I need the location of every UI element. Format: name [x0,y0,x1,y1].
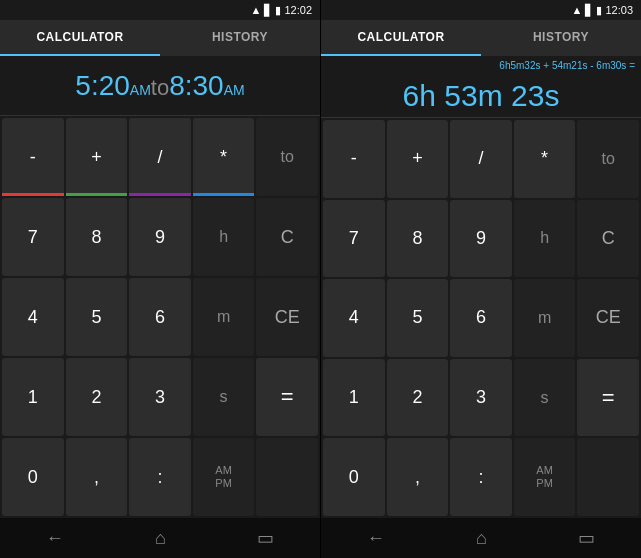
key-1-1[interactable]: 1 [2,358,64,436]
key-ce-2[interactable]: CE [577,279,639,357]
keypad-2: - + / * to 7 8 9 h C 4 5 6 m CE 1 2 3 s … [321,118,641,518]
nav-bar-1: ← ⌂ ▭ [0,518,320,558]
key-9-2[interactable]: 9 [450,200,512,278]
phone1: ▲ ▋ ▮ 12:02 CALCULATOR HISTORY 5:20AMto8… [0,0,321,558]
key-2-1[interactable]: 2 [66,358,128,436]
tab-calculator-1[interactable]: CALCULATOR [0,20,160,56]
tab-calculator-2[interactable]: CALCULATOR [321,20,481,56]
recent-icon-2[interactable]: ▭ [578,527,595,549]
key-row-4-2: 1 2 3 s = [323,359,639,437]
minus-key[interactable]: - [2,118,64,196]
multiply-key[interactable]: * [193,118,255,196]
key-colon-1[interactable]: : [129,438,191,516]
nav-bar-2: ← ⌂ ▭ [321,518,641,558]
key-s-2[interactable]: s [514,359,576,437]
key-2-2[interactable]: 2 [387,359,449,437]
key-4-1[interactable]: 4 [2,278,64,356]
recent-icon-1[interactable]: ▭ [257,527,274,549]
key-8-2[interactable]: 8 [387,200,449,278]
display-1: 5:20AMto8:30AM [0,56,320,116]
time-1: 12:02 [284,4,312,16]
key-row-5-2: 0 , : AMPM [323,438,639,516]
key-6-2[interactable]: 6 [450,279,512,357]
tab-history-2[interactable]: HISTORY [481,20,641,56]
key-row-op-1: - + / * to [2,118,318,196]
key-row-3-1: 4 5 6 m CE [2,278,318,356]
key-comma-1[interactable]: , [66,438,128,516]
battery-icon: ▮ [275,4,281,17]
home-icon-1[interactable]: ⌂ [155,528,166,549]
key-6-1[interactable]: 6 [129,278,191,356]
key-colon-2[interactable]: : [450,438,512,516]
key-0-2[interactable]: 0 [323,438,385,516]
tab-history-1[interactable]: HISTORY [160,20,320,56]
key-row-2-2: 7 8 9 h C [323,200,639,278]
formula-display: 6h5m32s + 54m21s - 6m30s = [321,56,641,74]
key-equals-2[interactable]: = [577,359,639,437]
phone2: ▲ ▋ ▮ 12:03 CALCULATOR HISTORY 6h5m32s +… [321,0,641,558]
key-row-op-2: - + / * to [323,120,639,198]
back-icon-2[interactable]: ← [367,528,385,549]
key-3-1[interactable]: 3 [129,358,191,436]
to-key-2[interactable]: to [577,120,639,198]
tab-bar-2: CALCULATOR HISTORY [321,20,641,56]
minus-key-2[interactable]: - [323,120,385,198]
status-bar-2: ▲ ▋ ▮ 12:03 [321,0,641,20]
signal-icon-2: ▋ [585,4,593,17]
key-4-2[interactable]: 4 [323,279,385,357]
plus-key[interactable]: + [66,118,128,196]
key-row-3-2: 4 5 6 m CE [323,279,639,357]
formula-text: 6h5m32s + 54m21s - 6m30s = [499,60,635,71]
key-row-5-1: 0 , : AMPM [2,438,318,516]
key-h-2[interactable]: h [514,200,576,278]
signal-icon: ▋ [264,4,272,17]
wifi-icon: ▲ [251,4,262,16]
key-5-1[interactable]: 5 [66,278,128,356]
key-3-2[interactable]: 3 [450,359,512,437]
key-row-4-1: 1 2 3 s = [2,358,318,436]
key-m-1[interactable]: m [193,278,255,356]
divide-key[interactable]: / [129,118,191,196]
time-value-2: 8:30 [169,70,224,101]
status-bar-1: ▲ ▋ ▮ 12:02 [0,0,320,20]
key-row-2-1: 7 8 9 h C [2,198,318,276]
key-c-2[interactable]: C [577,200,639,278]
key-ampm-2[interactable]: AMPM [514,438,576,516]
to-label-1: to [151,75,169,100]
key-5-2[interactable]: 5 [387,279,449,357]
key-empty-1 [256,438,318,516]
keypad-1: - + / * to 7 8 9 h C 4 5 6 m CE 1 2 3 s … [0,116,320,518]
tab-bar-1: CALCULATOR HISTORY [0,20,320,56]
display-value-1: 5:20AMto8:30AM [75,72,244,100]
key-empty-2 [577,438,639,516]
key-7-1[interactable]: 7 [2,198,64,276]
ampm-1: AM [130,82,151,98]
key-1-2[interactable]: 1 [323,359,385,437]
key-ampm-1[interactable]: AMPM [193,438,255,516]
home-icon-2[interactable]: ⌂ [476,528,487,549]
key-c-1[interactable]: C [256,198,318,276]
time-2: 12:03 [605,4,633,16]
key-comma-2[interactable]: , [387,438,449,516]
multiply-key-2[interactable]: * [514,120,576,198]
back-icon-1[interactable]: ← [46,528,64,549]
wifi-icon-2: ▲ [572,4,583,16]
key-0-1[interactable]: 0 [2,438,64,516]
plus-key-2[interactable]: + [387,120,449,198]
ampm-2: AM [224,82,245,98]
key-s-1[interactable]: s [193,358,255,436]
result-display: 6h 53m 23s [321,74,641,118]
time-value-1: 5:20 [75,70,130,101]
key-9-1[interactable]: 9 [129,198,191,276]
key-ce-1[interactable]: CE [256,278,318,356]
key-7-2[interactable]: 7 [323,200,385,278]
key-m-2[interactable]: m [514,279,576,357]
result-text: 6h 53m 23s [403,79,560,113]
key-equals-1[interactable]: = [256,358,318,436]
key-8-1[interactable]: 8 [66,198,128,276]
battery-icon-2: ▮ [596,4,602,17]
to-key-1[interactable]: to [256,118,318,196]
key-h-1[interactable]: h [193,198,255,276]
divide-key-2[interactable]: / [450,120,512,198]
